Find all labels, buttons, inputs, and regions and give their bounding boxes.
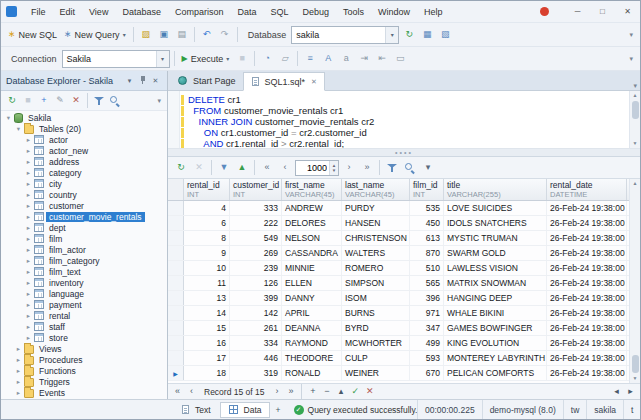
cell-last_name[interactable]: PURDY [342,201,410,215]
grid-scroll-down-icon[interactable]: ▼ [633,374,638,383]
refresh-data-icon[interactable]: ↻ [172,158,190,177]
first-record-icon[interactable]: « [171,385,184,398]
row-marker[interactable] [168,351,184,365]
save-icon[interactable]: ▣ [155,25,173,44]
cell-last_name[interactable]: BURNS [342,306,410,320]
column-header-first_name[interactable]: first_nameVARCHAR(45) [282,179,342,200]
tree-table-city[interactable]: ▸city [1,178,167,189]
expand-icon[interactable]: ▸ [24,279,33,287]
cell-rental_id[interactable]: 18 [184,366,230,380]
cell-film_id[interactable]: 535 [410,201,444,215]
cell-first_name[interactable]: NELSON [282,231,342,245]
execute-dropdown-icon[interactable]: ▾ [226,56,229,62]
expand-icon[interactable]: ▸ [24,312,33,320]
next-page-icon[interactable]: › [340,158,358,177]
cell-rental_id[interactable]: 13 [184,291,230,305]
tab-sql1[interactable]: SQL1.sql* ✕ [243,72,325,91]
tree-table-staff[interactable]: ▸staff [1,321,167,332]
last-record-icon[interactable]: » [284,385,297,398]
cell-film_id[interactable]: 593 [410,351,444,365]
edit-record-icon[interactable]: ▴ [334,385,347,398]
tree-group-events[interactable]: ▸Events [1,387,167,398]
explain-plan-icon[interactable]: ▱ [276,49,294,68]
editor-scroll-track[interactable] [632,100,639,139]
expand-icon[interactable]: ▸ [24,180,33,188]
menu-database[interactable]: Database [115,1,168,23]
page-size-input[interactable] [296,161,329,175]
expand-icon[interactable]: ▸ [24,334,33,342]
cell-last_name[interactable]: SIMPSON [342,276,410,290]
cell-rental_id[interactable]: 8 [184,231,230,245]
refresh-icon[interactable]: ↻ [4,93,20,109]
row-marker[interactable] [168,201,184,215]
stop-refresh-icon[interactable]: ■ [20,93,36,109]
row-marker[interactable] [168,276,184,290]
menu-debug[interactable]: Debug [295,1,336,23]
tree-group-triggers[interactable]: ▸Triggers [1,376,167,387]
scroll-right-icon[interactable]: ▸ [624,385,637,398]
tree-group-functions[interactable]: ▸Functions [1,365,167,376]
new-object-icon[interactable]: + [36,93,52,109]
cell-title[interactable]: LAWLESS VISION [444,261,547,275]
cell-title[interactable]: HANGING DEEP [444,291,547,305]
lowercase-keywords-icon[interactable]: a [337,49,355,68]
cell-first_name[interactable]: ANDREW [282,201,342,215]
edit-object-icon[interactable]: ✎ [52,93,68,109]
expand-icon[interactable]: ▸ [24,213,33,221]
cell-rental_date[interactable]: 26-Feb-24 19:38:00 [547,246,627,260]
tree-root-sakila[interactable]: ▾Sakila [1,112,167,123]
row-marker[interactable] [168,306,184,320]
cell-title[interactable]: WHALE BIKINI [444,306,547,320]
tree-table-actor[interactable]: ▸actor [1,134,167,145]
cell-rental_id[interactable]: 15 [184,321,230,335]
tree-table-country[interactable]: ▸country [1,189,167,200]
grid-scroll-thumb[interactable] [632,355,639,373]
cell-rental_date[interactable]: 26-Feb-24 19:38:00 [547,216,627,230]
next-record-icon[interactable]: › [270,385,283,398]
tree-table-store[interactable]: ▸store [1,332,167,343]
cell-first_name[interactable]: DELORES [282,216,342,230]
row-marker[interactable] [168,321,184,335]
cell-last_name[interactable]: BYRD [342,321,410,335]
sql-editor[interactable]: DELETE cr1 FROM customer_movie_rentals c… [168,91,640,149]
cell-last_name[interactable]: ISOM [342,291,410,305]
cell-film_id[interactable]: 613 [410,231,444,245]
minimize-button[interactable]: ─ [565,1,590,23]
cell-customer_id[interactable]: 333 [230,201,282,215]
maximize-button[interactable]: □ [590,1,615,23]
cell-rental_id[interactable]: 14 [184,306,230,320]
expand-icon[interactable]: ▸ [24,202,33,210]
scroll-down-icon[interactable]: ▼ [633,139,638,148]
explorer-toolbar-overflow-icon[interactable]: ▾ [154,97,164,105]
column-header-last_name[interactable]: last_nameVARCHAR(45) [342,179,410,200]
cell-film_id[interactable]: 450 [410,216,444,230]
comment-icon[interactable]: ▭ [391,49,409,68]
cell-rental_id[interactable]: 16 [184,336,230,350]
filter-data-icon[interactable] [383,158,401,177]
page-size-spinner[interactable]: ▲▼ [329,161,338,175]
cell-film_id[interactable]: 870 [410,246,444,260]
row-marker[interactable] [168,231,184,245]
tree-group-views[interactable]: ▸Views [1,343,167,354]
new-query-button[interactable]: ∗ New Query ▾ [61,25,129,44]
cell-title[interactable]: MONTEREY LABYRINTH [444,351,547,365]
column-header-customer_id[interactable]: customer_idINT [230,179,282,200]
cell-title[interactable]: LOVE SUICIDES [444,201,547,215]
row-marker[interactable] [168,216,184,230]
import-data-icon[interactable]: ▼ [215,158,233,177]
cell-first_name[interactable]: APRIL [282,306,342,320]
cell-rental_date[interactable]: 26-Feb-24 19:38:00 [547,366,627,380]
cell-film_id[interactable]: 971 [410,306,444,320]
cancel-refresh-icon[interactable]: ✕ [190,158,208,177]
prev-page-icon[interactable]: ‹ [276,158,294,177]
column-header-rental_id[interactable]: rental_idINT [184,179,230,200]
tree-table-category[interactable]: ▸category [1,167,167,178]
cell-title[interactable]: MYSTIC TRUMAN [444,231,547,245]
query-profiler-icon[interactable]: ◔ [258,49,276,68]
cell-first_name[interactable]: RAYMOND [282,336,342,350]
cell-rental_date[interactable]: 26-Feb-24 19:38:00 [547,336,627,350]
last-page-icon[interactable]: » [358,158,376,177]
cell-rental_id[interactable]: 10 [184,261,230,275]
cell-customer_id[interactable]: 222 [230,216,282,230]
row-marker[interactable] [168,246,184,260]
